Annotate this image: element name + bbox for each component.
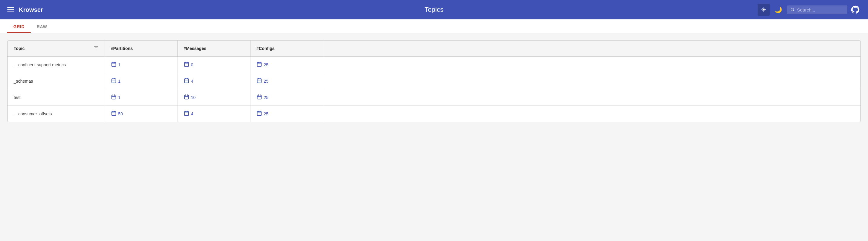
- table-row[interactable]: _schemas 1 4 25: [8, 73, 860, 89]
- calendar-icon: [184, 78, 189, 84]
- calendar-icon: [111, 110, 117, 117]
- cell-topic: test: [8, 89, 105, 106]
- column-header-messages: #Messages: [178, 41, 250, 57]
- sun-icon: ☀: [761, 6, 766, 13]
- column-header-extra: [323, 41, 860, 57]
- table-header-row: Topic #Partitions #Messages: [8, 41, 860, 57]
- column-header-configs: #Configs: [250, 41, 323, 57]
- cell-topic: __confluent.support.metrics: [8, 57, 105, 73]
- calendar-icon: [111, 62, 117, 68]
- svg-rect-33: [184, 95, 189, 99]
- svg-rect-37: [257, 95, 261, 99]
- calendar-icon: [184, 94, 189, 101]
- svg-rect-5: [112, 62, 116, 67]
- cell-partitions: 1: [105, 73, 178, 89]
- svg-rect-49: [257, 111, 261, 116]
- column-header-topic: Topic: [8, 41, 105, 57]
- calendar-icon: [111, 78, 117, 84]
- svg-rect-13: [257, 62, 261, 67]
- app-logo: Krowser: [19, 6, 43, 13]
- topics-table-container: Topic #Partitions #Messages: [7, 40, 861, 122]
- calendar-icon: [184, 110, 189, 117]
- cell-messages: 4: [178, 73, 250, 89]
- calendar-icon: [256, 94, 262, 101]
- svg-rect-17: [112, 79, 116, 83]
- column-header-partitions: #Partitions: [105, 41, 178, 57]
- cell-extra: [323, 106, 860, 122]
- svg-rect-21: [184, 79, 189, 83]
- cell-partitions: 1: [105, 89, 178, 106]
- cell-messages: 10: [178, 89, 250, 106]
- calendar-icon: [256, 78, 262, 84]
- svg-rect-25: [257, 79, 261, 83]
- cell-configs: 25: [250, 57, 323, 73]
- cell-partitions: 1: [105, 57, 178, 73]
- topic-filter-icon[interactable]: [94, 45, 99, 51]
- cell-configs: 25: [250, 89, 323, 106]
- search-input[interactable]: [797, 7, 844, 12]
- calendar-icon: [184, 62, 189, 68]
- cell-topic: _schemas: [8, 73, 105, 89]
- page-title: Topics: [425, 6, 443, 13]
- cell-partitions: 50: [105, 106, 178, 122]
- calendar-icon: [111, 94, 117, 101]
- menu-icon[interactable]: [7, 7, 14, 12]
- svg-rect-29: [112, 95, 116, 99]
- cell-messages: 4: [178, 106, 250, 122]
- table-row[interactable]: __consumer_offsets 50 4 25: [8, 106, 860, 122]
- cell-configs: 25: [250, 73, 323, 89]
- topics-table: Topic #Partitions #Messages: [8, 41, 860, 122]
- github-icon[interactable]: [850, 4, 861, 15]
- header-actions: ☀ 🌙: [757, 4, 861, 16]
- search-box: [787, 5, 847, 14]
- calendar-icon: [256, 62, 262, 68]
- dark-mode-button[interactable]: 🌙: [772, 4, 784, 16]
- light-mode-button[interactable]: ☀: [757, 4, 770, 16]
- svg-rect-45: [184, 111, 189, 116]
- table-row[interactable]: __confluent.support.metrics 1 0 25: [8, 57, 860, 73]
- tab-grid[interactable]: GRID: [7, 20, 31, 33]
- svg-rect-9: [184, 62, 189, 67]
- cell-topic: __consumer_offsets: [8, 106, 105, 122]
- svg-rect-41: [112, 111, 116, 116]
- main-content: Topic #Partitions #Messages: [0, 33, 868, 129]
- tabs-bar: GRID RAW: [0, 20, 868, 33]
- calendar-icon: [256, 110, 262, 117]
- svg-line-1: [794, 10, 794, 11]
- header: Krowser Topics ☀ 🌙: [0, 0, 868, 20]
- cell-messages: 0: [178, 57, 250, 73]
- cell-extra: [323, 73, 860, 89]
- cell-extra: [323, 57, 860, 73]
- moon-icon: 🌙: [775, 6, 782, 13]
- table-row[interactable]: test 1 10 25: [8, 89, 860, 106]
- cell-configs: 25: [250, 106, 323, 122]
- tab-raw[interactable]: RAW: [31, 20, 53, 33]
- search-icon: [790, 7, 795, 12]
- cell-extra: [323, 89, 860, 106]
